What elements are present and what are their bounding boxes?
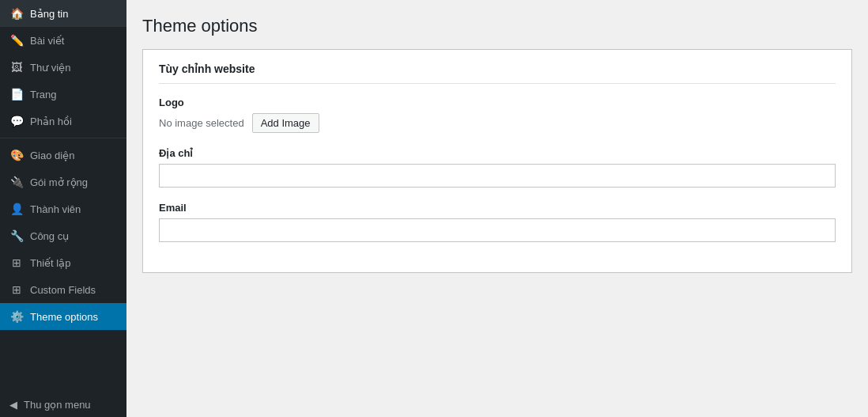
sidebar: 🏠 Bảng tin ✏️ Bài viết 🖼 Thư viện 📄 Tran…: [0, 0, 126, 417]
sidebar-item-label: Thành viên: [30, 203, 81, 215]
sidebar-item-label: Giao diện: [30, 150, 74, 161]
comments-icon: 💬: [9, 114, 24, 128]
logo-row: No image selected Add Image: [159, 113, 836, 133]
users-icon: 👤: [9, 202, 24, 216]
sidebar-item-custom-fields[interactable]: ⊞ Custom Fields: [0, 276, 126, 303]
address-input[interactable]: [159, 164, 836, 188]
sidebar-item-label: Gói mở rộng: [30, 176, 88, 188]
sidebar-item-label: Thư viện: [30, 62, 70, 74]
sidebar-item-label: Bảng tin: [30, 8, 68, 20]
sidebar-item-thu-vien[interactable]: 🖼 Thư viện: [0, 54, 126, 81]
sidebar-item-label: Custom Fields: [30, 284, 96, 296]
theme-options-icon: ⚙️: [9, 309, 24, 324]
sidebar-item-bang-tin[interactable]: 🏠 Bảng tin: [0, 0, 126, 27]
email-input[interactable]: [159, 218, 836, 242]
sidebar-item-goi-mo-rong[interactable]: 🔌 Gói mở rộng: [0, 169, 126, 195]
sidebar-item-label: Thiết lập: [30, 257, 70, 269]
sidebar-item-trang[interactable]: 📄 Trang: [0, 81, 126, 108]
email-label: Email: [159, 202, 836, 214]
sidebar-item-label: Theme options: [30, 311, 98, 323]
main-content: Theme options Tùy chỉnh website Logo No …: [126, 0, 868, 417]
sidebar-divider-1: [0, 138, 126, 138]
sidebar-item-label: Phản hồi: [30, 116, 72, 127]
page-title: Theme options: [142, 16, 852, 36]
logo-label: Logo: [159, 97, 836, 108]
appearance-icon: 🎨: [9, 148, 24, 162]
settings-icon: ⊞: [9, 256, 24, 270]
sidebar-item-giao-dien[interactable]: 🎨 Giao diện: [0, 142, 126, 169]
media-icon: 🖼: [9, 60, 24, 74]
address-field-group: Địa chỉ: [159, 147, 836, 188]
tools-icon: 🔧: [9, 229, 24, 243]
sidebar-item-thiet-lap[interactable]: ⊞ Thiết lập: [0, 249, 126, 276]
theme-options-card: Tùy chỉnh website Logo No image selected…: [142, 49, 852, 273]
sidebar-item-theme-options[interactable]: ⚙️ Theme options: [0, 303, 126, 330]
sidebar-item-thanh-vien[interactable]: 👤 Thành viên: [0, 195, 126, 222]
sidebar-item-phan-hoi[interactable]: 💬 Phản hồi: [0, 108, 126, 135]
sidebar-item-label: Trang: [30, 89, 56, 100]
collapse-icon: ◀: [9, 399, 17, 411]
custom-fields-icon: ⊞: [9, 282, 24, 297]
logo-field-group: Logo No image selected Add Image: [159, 97, 836, 133]
no-image-text: No image selected: [159, 117, 244, 129]
sidebar-collapse-label: Thu gọn menu: [24, 399, 91, 411]
dashboard-icon: 🏠: [9, 6, 24, 21]
address-label: Địa chỉ: [159, 147, 836, 159]
sidebar-collapse-button[interactable]: ◀ Thu gọn menu: [0, 392, 126, 417]
sidebar-item-cong-cu[interactable]: 🔧 Công cụ: [0, 222, 126, 249]
sidebar-item-label: Công cụ: [30, 230, 69, 242]
plugins-icon: 🔌: [9, 175, 24, 189]
posts-icon: ✏️: [9, 33, 24, 47]
card-section-title: Tùy chỉnh website: [159, 63, 836, 84]
sidebar-item-label: Bài viết: [30, 35, 64, 47]
email-field-group: Email: [159, 202, 836, 242]
pages-icon: 📄: [9, 87, 24, 101]
sidebar-item-bai-viet[interactable]: ✏️ Bài viết: [0, 27, 126, 54]
add-image-button[interactable]: Add Image: [252, 113, 319, 133]
